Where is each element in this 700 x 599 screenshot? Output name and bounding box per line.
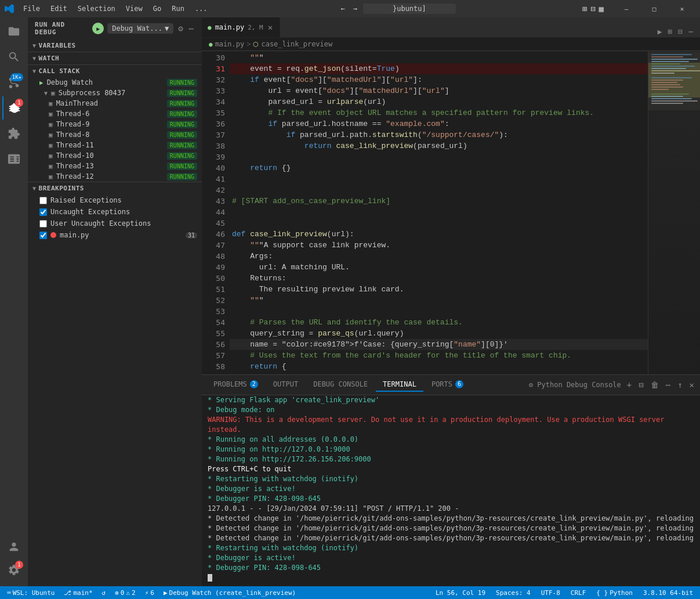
variables-section: ▼ VARIABLES <box>28 39 202 52</box>
stack-badge-9: RUNNING <box>167 173 197 181</box>
statusbar-wsl[interactable]: ⌨ WSL: Ubuntu <box>5 589 57 597</box>
debug-more-btn[interactable]: ⋯ <box>188 23 195 34</box>
kill-terminal-btn[interactable]: 🗑 <box>650 379 660 391</box>
tab-close-btn[interactable]: ✕ <box>267 22 274 33</box>
activity-settings[interactable]: 1 <box>2 558 26 582</box>
tab-ports[interactable]: PORTS 6 <box>425 378 470 392</box>
split-terminal-btn[interactable]: ⊟ <box>637 379 644 391</box>
debug-config-dropdown[interactable]: Debug Wat... ▼ <box>107 23 173 34</box>
open-changes-btn[interactable]: ⊞ <box>667 26 674 37</box>
line-numbers: 3031323334353637383940414243444546474849… <box>202 51 230 374</box>
tab-toolbar: ▶ ⊞ ⊟ ⋯ <box>657 26 700 37</box>
warning-icon: ⚠ <box>126 589 130 597</box>
stack-item-3[interactable]: ▣Thread-6RUNNING <box>28 109 202 119</box>
more-terminal-btn[interactable]: ⋯ <box>665 379 672 391</box>
tab-problems[interactable]: PROBLEMS 2 <box>206 378 265 392</box>
svg-rect-20 <box>648 52 700 110</box>
menu-file[interactable]: File <box>19 3 45 14</box>
terminal-content[interactable]: * Serving Flask app 'create_link_preview… <box>202 395 700 586</box>
code-content[interactable]: """ event = req.get_json(silent=True) if… <box>230 51 648 374</box>
stack-item-9[interactable]: ▣Thread-12RUNNING <box>28 171 202 182</box>
tab-main-py[interactable]: ● main.py 2, M ✕ <box>202 17 280 37</box>
menu-more[interactable]: ... <box>190 3 212 14</box>
statusbar-errors[interactable]: ⊗ 0 ⚠ 2 <box>113 589 138 597</box>
breakpoint-item-2[interactable]: User Uncaught Exceptions <box>28 218 202 229</box>
stack-item-4[interactable]: ▣Thread-9RUNNING <box>28 119 202 129</box>
close-panel-btn[interactable]: ✕ <box>688 379 695 391</box>
statusbar-python-version[interactable]: 3.8.10 64-bit <box>641 589 695 597</box>
nav-forward[interactable]: → <box>351 3 360 14</box>
layout-btn[interactable]: ⊟ <box>590 4 595 13</box>
breakpoint-checkbox-0[interactable] <box>39 197 47 204</box>
minimize-btn[interactable]: – <box>613 0 640 17</box>
activity-extensions[interactable] <box>2 122 26 145</box>
menu-run[interactable]: Run <box>167 3 189 14</box>
problems-label: PROBLEMS <box>213 380 247 388</box>
statusbar-spaces[interactable]: Spaces: 4 <box>494 589 533 597</box>
activity-search[interactable] <box>2 45 26 68</box>
debug-run-button[interactable]: ▶ <box>92 23 104 34</box>
breakpoint-checkbox-3[interactable] <box>39 232 47 239</box>
breakpoints-section: ▼ BREAKPOINTS Raised ExceptionsUncaught … <box>28 182 202 241</box>
breakpoints-list: Raised ExceptionsUncaught ExceptionsUser… <box>28 194 202 241</box>
breadcrumb-function[interactable]: case_link_preview <box>261 40 332 48</box>
activity-source-control[interactable]: 1K+ <box>2 71 26 94</box>
activity-debug[interactable]: 1 <box>2 96 26 120</box>
statusbar-sync[interactable]: ↺ <box>100 589 108 597</box>
activity-account[interactable] <box>2 535 26 558</box>
statusbar-ports[interactable]: ⚡ 6 <box>143 589 157 597</box>
stack-item-6[interactable]: ▣Thread-11RUNNING <box>28 140 202 150</box>
editor-main: 3031323334353637383940414243444546474849… <box>202 51 700 374</box>
panels-btn[interactable]: ▦ <box>599 4 604 13</box>
split-editor-btn[interactable]: ⊟ <box>677 26 684 37</box>
menu-view[interactable]: View <box>121 3 147 14</box>
maximize-btn[interactable]: □ <box>641 0 668 17</box>
split-editor-btn[interactable]: ⊞ <box>582 4 587 13</box>
stack-item-0[interactable]: ▶Debug WatchRUNNING <box>28 77 202 88</box>
watch-header[interactable]: ▼ WATCH <box>28 52 202 64</box>
statusbar-eol[interactable]: CRLF <box>568 589 589 597</box>
debug-settings-btn[interactable]: ⚙ <box>177 23 184 34</box>
breakpoint-item-0[interactable]: Raised Exceptions <box>28 194 202 206</box>
stack-badge-3: RUNNING <box>167 110 197 118</box>
callstack-header[interactable]: ▼ CALL STACK <box>28 65 202 77</box>
stack-item-8[interactable]: ▣Thread-13RUNNING <box>28 161 202 171</box>
menu-go[interactable]: Go <box>148 3 166 14</box>
more-actions-btn[interactable]: ⋯ <box>687 26 694 37</box>
statusbar: ⌨ WSL: Ubuntu ⎇ main* ↺ ⊗ 0 ⚠ 2 ⚡ 6 ▶ De… <box>0 586 700 599</box>
activity-explorer[interactable] <box>2 20 26 43</box>
nav-back[interactable]: ← <box>338 3 347 14</box>
stack-item-2[interactable]: ▣MainThreadRUNNING <box>28 98 202 109</box>
statusbar-position[interactable]: Ln 56, Col 19 <box>433 589 488 597</box>
statusbar-encoding[interactable]: UTF-8 <box>539 589 563 597</box>
breakpoint-item-1[interactable]: Uncaught Exceptions <box>28 206 202 218</box>
menu-edit[interactable]: Edit <box>46 3 72 14</box>
code-line-45 <box>230 218 648 229</box>
breakpoint-item-3[interactable]: main.py31 <box>28 229 202 241</box>
collapse-panel-btn[interactable]: ↑ <box>676 379 683 391</box>
menu-selection[interactable]: Selection <box>73 3 120 14</box>
variables-header[interactable]: ▼ VARIABLES <box>28 39 202 52</box>
breakpoint-label-3: main.py <box>60 231 182 239</box>
tab-debug-console[interactable]: DEBUG CONSOLE <box>306 378 375 392</box>
stack-item-7[interactable]: ▣Thread-10RUNNING <box>28 150 202 161</box>
stack-item-1[interactable]: ▼▣Subprocess 80437RUNNING <box>28 88 202 98</box>
breakpoint-checkbox-1[interactable] <box>39 208 47 216</box>
terminal-cursor <box>208 574 212 582</box>
run-split-btn[interactable]: ▶ <box>657 26 663 37</box>
breakpoint-checkbox-2[interactable] <box>39 220 47 228</box>
breadcrumb-filename[interactable]: main.py <box>215 40 245 48</box>
stack-item-5[interactable]: ▣Thread-8RUNNING <box>28 129 202 140</box>
new-terminal-btn[interactable]: + <box>626 379 633 391</box>
tab-terminal[interactable]: TERMINAL <box>376 378 423 392</box>
address-bar[interactable]: }ubuntu] <box>363 3 456 14</box>
tab-output[interactable]: OUTPUT <box>266 378 305 392</box>
stack-badge-1: RUNNING <box>167 89 197 97</box>
statusbar-branch[interactable]: ⎇ main* <box>61 589 95 597</box>
menu-bar: File Edit Selection View Go Run ... <box>19 3 212 14</box>
statusbar-language[interactable]: { } Python <box>594 589 635 597</box>
activity-docker[interactable] <box>2 147 26 171</box>
close-btn[interactable]: ✕ <box>669 0 695 17</box>
breakpoints-header[interactable]: ▼ BREAKPOINTS <box>28 182 202 194</box>
statusbar-debug[interactable]: ▶ Debug Watch (create_link_preview) <box>161 589 298 597</box>
